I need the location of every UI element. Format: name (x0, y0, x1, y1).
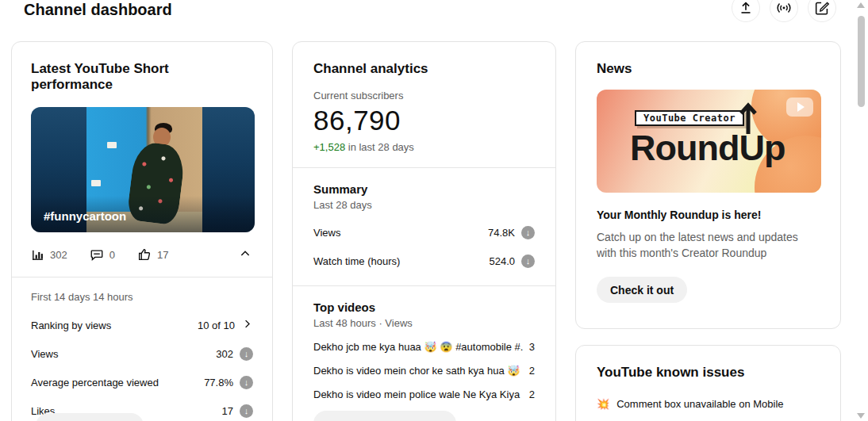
upload-arrow-icon (737, 0, 755, 17)
top-video-views: 2 (529, 365, 535, 377)
scrollbar-down-arrow[interactable] (857, 413, 865, 419)
metric-label: Ranking by views (31, 320, 198, 331)
top-video-title: Dekho is video mein police wale Ne Kya K… (313, 388, 523, 400)
short-views-count: 302 (50, 249, 67, 261)
metric-label: Views (31, 348, 216, 360)
top-video-title: Dekho jcb me kya huaa 🤯 😨 #automobile #.… (313, 341, 523, 353)
circle-down-arrow-icon: ↓ (521, 226, 535, 239)
summary-row-watch-time: Watch time (hours) 524.0 ↓ (313, 255, 535, 268)
news-body: Catch up on the latest news and updates … (597, 229, 811, 261)
header: Channel dashboard (0, 0, 868, 35)
short-views-stat: 302 (31, 248, 67, 262)
summary-row-label: Watch time (hours) (313, 255, 489, 267)
issue-text: Comment box unavailable on Mobile (616, 398, 783, 410)
metric-value: 10 of 10 (198, 320, 235, 331)
page-scrollbar[interactable] (855, 0, 868, 421)
top-video-views: 2 (529, 388, 535, 400)
header-actions (732, 0, 836, 22)
subscribers-delta: +1,528 in last 28 days (313, 141, 535, 153)
metric-value: 17 (222, 405, 233, 417)
short-thumbnail[interactable]: #funnycartoon (31, 107, 255, 232)
top-videos-period: Last 48 hours · Views (313, 317, 535, 329)
page-title: Channel dashboard (24, 1, 172, 19)
scrollbar-thumb[interactable] (858, 16, 865, 107)
go-to-channel-analytics-button[interactable] (313, 411, 456, 421)
short-likes-stat: 17 (137, 247, 168, 262)
collision-emoji-icon: 💥 (597, 398, 609, 410)
issue-row[interactable]: 💥 Comment box unavailable on Mobile (597, 398, 820, 410)
channel-dashboard-page: Channel dashboard (0, 0, 868, 421)
top-video-row[interactable]: Dekho jcb me kya huaa 🤯 😨 #automobile #.… (313, 341, 535, 353)
thumbs-up-icon (137, 247, 152, 262)
metric-value: 302 (216, 348, 233, 360)
broadcast-icon (775, 0, 793, 17)
up-arrow-icon (738, 101, 759, 139)
bar-chart-icon (31, 248, 44, 262)
upload-video-button[interactable] (732, 0, 760, 22)
circle-down-arrow-icon: ↓ (240, 376, 253, 389)
short-comments-stat: 0 (90, 247, 115, 262)
summary-period: Last 28 days (313, 199, 535, 211)
thumbnail-hashtag: #funnycartoon (44, 209, 126, 223)
channel-analytics-card: Channel analytics Current subscribers 86… (292, 41, 556, 421)
top-videos-title: Top videos (313, 300, 535, 314)
summary-title: Summary (313, 182, 535, 196)
play-button-icon (786, 98, 813, 117)
roundup-wordmark: RoundUp (630, 128, 785, 169)
known-issues-card: YouTube known issues 💥 Comment box unava… (575, 345, 841, 421)
chevron-up-icon (239, 251, 252, 262)
top-video-row[interactable]: Dekho is video mein chor ke sath kya hua… (313, 365, 535, 377)
subscribers-delta-value: +1,528 (313, 141, 345, 153)
divider (12, 277, 272, 277)
go-live-button[interactable] (770, 0, 798, 22)
latest-short-performance-card: Latest YouTube Short performance #funnyc… (11, 41, 273, 421)
creator-roundup-banner[interactable]: YouTube Creator RoundUp (597, 90, 821, 193)
short-likes-count: 17 (157, 249, 168, 261)
subscribers-delta-suffix: in last 28 days (345, 141, 414, 153)
thumbnail-wall-switch (107, 142, 117, 148)
news-card: News YouTube Creator RoundUp Your Monthl… (575, 41, 841, 329)
create-post-button[interactable] (808, 0, 836, 22)
current-subscribers-label: Current subscribers (313, 90, 535, 101)
metric-label: Average percentage viewed (31, 377, 204, 388)
analytics-card-title: Channel analytics (313, 61, 535, 77)
short-stats-row: 302 0 17 (31, 245, 253, 264)
divider (293, 167, 555, 168)
edit-pencil-icon (813, 0, 831, 17)
top-video-title: Dekho is video mein chor ke sath kya hua… (313, 365, 523, 377)
youtube-creator-badge: YouTube Creator (635, 110, 744, 126)
thumbnail-wall-switch (91, 180, 101, 186)
circle-down-arrow-icon: ↓ (240, 404, 253, 418)
metric-row-ranking[interactable]: Ranking by views 10 of 10 (31, 318, 253, 332)
top-video-row[interactable]: Dekho is video mein police wale Ne Kya K… (313, 388, 535, 400)
metric-row-views: Views 302 ↓ (31, 347, 253, 361)
circle-down-arrow-icon: ↓ (240, 347, 253, 361)
comment-icon (90, 247, 104, 262)
news-headline: Your Monthly Roundup is here! (597, 209, 820, 221)
metric-row-avg-percentage: Average percentage viewed 77.8% ↓ (31, 376, 253, 389)
circle-down-arrow-icon: ↓ (521, 255, 535, 268)
top-video-views: 3 (529, 341, 535, 353)
check-it-out-button[interactable]: Check it out (597, 277, 687, 303)
news-card-title: News (597, 61, 820, 77)
short-card-title: Latest YouTube Short performance (31, 61, 253, 93)
collapse-card-button[interactable] (237, 246, 253, 264)
divider (293, 285, 555, 286)
short-period-label: First 14 days 14 hours (31, 291, 253, 303)
summary-row-value: 74.8K (488, 227, 515, 239)
summary-row-value: 524.0 (489, 255, 515, 267)
chevron-right-icon (241, 318, 253, 332)
summary-row-label: Views (313, 227, 488, 239)
known-issues-title: YouTube known issues (597, 365, 820, 381)
short-comments-count: 0 (109, 249, 115, 261)
metric-value: 77.8% (204, 377, 233, 388)
current-subscribers-count: 86,790 (313, 105, 535, 136)
scrollbar-up-arrow[interactable] (857, 2, 865, 8)
summary-row-views: Views 74.8K ↓ (313, 226, 535, 239)
short-card-action-button[interactable] (36, 413, 144, 421)
